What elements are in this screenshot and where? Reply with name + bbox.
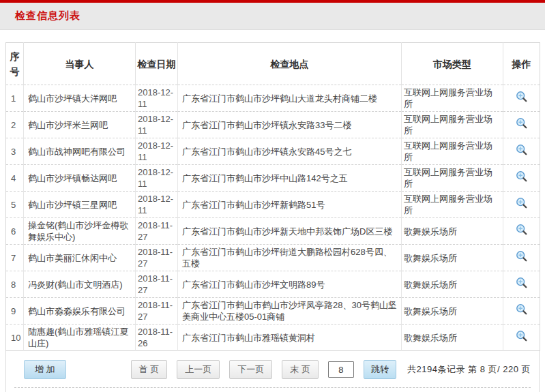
view-detail-magnifier-icon[interactable] xyxy=(516,303,528,316)
cell-party: 鹤山市沙坪镇大洋网吧 xyxy=(24,85,136,112)
cell-date: 2018-12-11 xyxy=(136,165,178,192)
table-row: 8 冯炎财(鹤山市文明酒店) 2018-11-27 广东省江门市鹤山市沙坪文明路… xyxy=(6,271,540,298)
view-detail-magnifier-icon[interactable] xyxy=(516,250,528,262)
cell-market: 歌舞娱乐场所 xyxy=(402,325,503,351)
cell-action xyxy=(503,218,540,245)
cell-location: 广东省江门市鹤山市鹤山市沙坪凤亭路28、30号鹤山坚美商业中心五楼05-01商铺 xyxy=(178,298,402,325)
cell-location: 广东省江门市鹤山市沙坪鹤山大道龙头村商铺二楼 xyxy=(178,85,402,112)
cell-market: 互联网上网服务营业场所 xyxy=(402,192,503,218)
cell-location: 广东省江门市鹤山市沙坪镇永安路45号之七 xyxy=(178,138,402,165)
cell-seq: 5 xyxy=(6,192,24,218)
cell-market: 互联网上网服务营业场所 xyxy=(402,112,503,138)
cell-date: 2018-12-11 xyxy=(136,192,178,218)
view-detail-magnifier-icon[interactable] xyxy=(516,117,528,130)
record-summary: 共2194条记录 第 8 页/ 220 页 xyxy=(407,363,531,376)
cell-date: 2018-11-27 xyxy=(136,245,178,271)
cell-market: 互联网上网服务营业场所 xyxy=(402,85,503,112)
cell-date: 2018-11-27 xyxy=(136,271,178,298)
prev-page-button[interactable]: 上一页 xyxy=(177,360,220,379)
table-row: 9 鹤山市淼淼娱乐有限公司 2018-11-27 广东省江门市鹤山市鹤山市沙坪凤… xyxy=(6,298,540,325)
cell-seq: 1 xyxy=(6,85,24,112)
cell-action xyxy=(503,298,540,325)
col-header-party: 当事人 xyxy=(24,43,136,85)
cell-seq: 9 xyxy=(6,298,24,325)
last-page-button[interactable]: 末 页 xyxy=(282,360,319,379)
cell-location: 广东省江门市鹤山市沙坪镇永安路33号二楼 xyxy=(178,112,402,138)
col-header-date: 检查日期 xyxy=(136,43,178,85)
page-title: 检查信息列表 xyxy=(15,10,80,22)
table-footer: 增 加 首 页 上一页 下一页 末 页 跳转 共2194条记录 第 8 页/ 2… xyxy=(5,351,540,392)
cell-seq: 10 xyxy=(6,325,24,351)
table-row: 2 鹤山市沙坪米兰网吧 2018-12-11 广东省江门市鹤山市沙坪镇永安路33… xyxy=(6,112,540,138)
cell-party: 鹤山市沙坪米兰网吧 xyxy=(24,112,136,138)
col-header-market: 市场类型 xyxy=(402,43,503,85)
jump-button[interactable]: 跳转 xyxy=(364,360,396,379)
table-row: 10 陆惠趣(鹤山市雅瑶镇江夏山庄) 2018-11-26 广东省江门市鹤山市雅… xyxy=(6,325,540,351)
table-row: 5 鹤山市沙坪镇三星网吧 2018-12-11 广东省江门市鹤山市沙坪新鹤路51… xyxy=(6,192,540,218)
view-detail-magnifier-icon[interactable] xyxy=(516,224,528,236)
first-page-button[interactable]: 首 页 xyxy=(131,360,168,379)
cell-date: 2018-12-11 xyxy=(136,138,178,165)
cell-location: 广东省江门市鹤山市沙坪街道大鹏路松园村628号四、五楼 xyxy=(178,245,402,271)
cell-date: 2018-12-11 xyxy=(136,112,178,138)
col-header-action: 操作 xyxy=(503,43,540,85)
col-header-location: 检查地点 xyxy=(178,43,402,85)
cell-party: 鹤山市战神网吧有限公司 xyxy=(24,138,136,165)
cell-location: 广东省江门市鹤山市沙坪新天地中邦装饰广场D区三楼 xyxy=(178,218,402,245)
cell-party: 冯炎财(鹤山市文明酒店) xyxy=(24,271,136,298)
cell-date: 2018-11-27 xyxy=(136,298,178,325)
cell-seq: 4 xyxy=(6,165,24,192)
col-header-seq: 序号 xyxy=(6,43,24,85)
cell-date: 2018-12-11 xyxy=(136,85,178,112)
cell-party: 鹤山市淼淼娱乐有限公司 xyxy=(24,298,136,325)
cell-action xyxy=(503,325,540,351)
page-number-input[interactable] xyxy=(328,361,354,378)
cell-seq: 2 xyxy=(6,112,24,138)
cell-date: 2018-11-27 xyxy=(136,218,178,245)
cell-location: 广东省江门市鹤山市雅瑶镇黄洞村 xyxy=(178,325,402,351)
cell-market: 歌舞娱乐场所 xyxy=(402,298,503,325)
view-detail-magnifier-icon[interactable] xyxy=(516,170,528,183)
cell-market: 歌舞娱乐场所 xyxy=(402,245,503,271)
cell-party: 陆惠趣(鹤山市雅瑶镇江夏山庄) xyxy=(24,325,136,351)
next-page-button[interactable]: 下一页 xyxy=(229,360,272,379)
table-row: 1 鹤山市沙坪镇大洋网吧 2018-12-11 广东省江门市鹤山市沙坪鹤山大道龙… xyxy=(6,85,540,112)
view-detail-magnifier-icon[interactable] xyxy=(516,277,528,289)
cell-party: 鹤山市沙坪镇三星网吧 xyxy=(24,192,136,218)
cell-location: 广东省江门市鹤山市沙坪中山路142号之五 xyxy=(178,165,402,192)
table-header-row: 序号 当事人 检查日期 检查地点 市场类型 操作 xyxy=(6,43,540,85)
cell-action xyxy=(503,138,540,165)
cell-market: 歌舞娱乐场所 xyxy=(402,271,503,298)
view-detail-magnifier-icon[interactable] xyxy=(516,144,528,156)
cell-location: 广东省江门市鹤山市沙坪文明路89号 xyxy=(178,271,402,298)
cell-market: 互联网上网服务营业场所 xyxy=(402,138,503,165)
cell-market: 互联网上网服务营业场所 xyxy=(402,165,503,192)
cell-seq: 7 xyxy=(6,245,24,271)
cell-party: 操金铭(鹤山市沙坪金樽歌舞娱乐中心) xyxy=(24,218,136,245)
cell-action xyxy=(503,271,540,298)
cell-seq: 6 xyxy=(6,218,24,245)
view-detail-magnifier-icon[interactable] xyxy=(516,330,528,342)
cell-action xyxy=(503,245,540,271)
table-row: 3 鹤山市战神网吧有限公司 2018-12-11 广东省江门市鹤山市沙坪镇永安路… xyxy=(6,138,540,165)
cell-market: 歌舞娱乐场所 xyxy=(402,218,503,245)
cell-action xyxy=(503,165,540,192)
cell-seq: 8 xyxy=(6,271,24,298)
add-button[interactable]: 增 加 xyxy=(24,360,66,379)
cell-party: 鹤山市沙坪镇畅达网吧 xyxy=(24,165,136,192)
cell-action xyxy=(503,112,540,138)
inspection-table: 序号 当事人 检查日期 检查地点 市场类型 操作 1 鹤山市沙坪镇大洋网吧 20… xyxy=(5,42,540,351)
view-detail-magnifier-icon[interactable] xyxy=(516,91,528,103)
inspection-panel: 序号 当事人 检查日期 检查地点 市场类型 操作 1 鹤山市沙坪镇大洋网吧 20… xyxy=(5,42,540,351)
table-row: 7 鹤山市美丽汇休闲中心 2018-11-27 广东省江门市鹤山市沙坪街道大鹏路… xyxy=(6,245,540,271)
page-header: 检查信息列表 xyxy=(0,0,545,30)
cell-action xyxy=(503,85,540,112)
table-row: 6 操金铭(鹤山市沙坪金樽歌舞娱乐中心) 2018-11-27 广东省江门市鹤山… xyxy=(6,218,540,245)
view-detail-magnifier-icon[interactable] xyxy=(516,197,528,209)
table-row: 4 鹤山市沙坪镇畅达网吧 2018-12-11 广东省江门市鹤山市沙坪中山路14… xyxy=(6,165,540,192)
cell-action xyxy=(503,192,540,218)
cell-location: 广东省江门市鹤山市沙坪新鹤路51号 xyxy=(178,192,402,218)
cell-seq: 3 xyxy=(6,138,24,165)
pagination: 首 页 上一页 下一页 末 页 跳转 xyxy=(131,360,396,379)
cell-date: 2018-11-26 xyxy=(136,325,178,351)
